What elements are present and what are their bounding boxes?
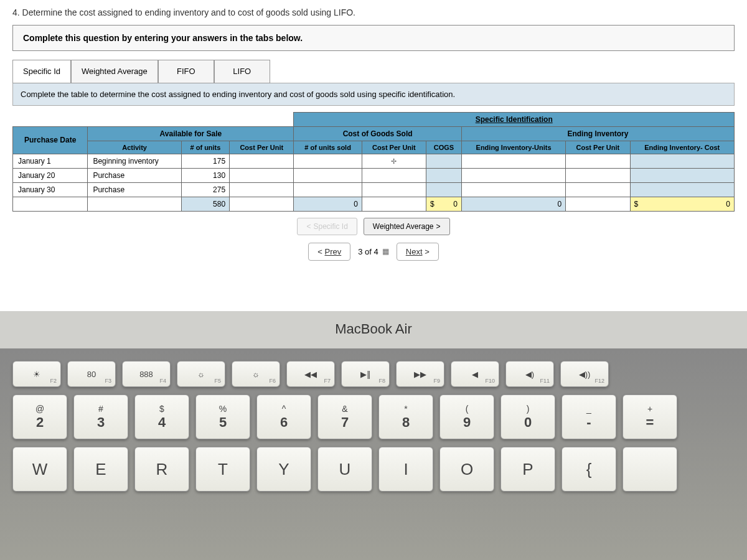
laptop-brand: MacBook Air: [0, 311, 747, 348]
keyboard-number-key: %5: [195, 394, 250, 439]
cell-total-cogs: $0: [426, 197, 462, 211]
cell-end-units[interactable]: [461, 168, 565, 182]
cell-cpu-end[interactable]: [566, 154, 630, 168]
section-ending: Ending Inventory: [461, 126, 734, 141]
cell-end-cost: [630, 154, 734, 168]
keyboard-letter-key: W: [12, 447, 67, 492]
cell-activity-blank[interactable]: [88, 197, 181, 211]
keyboard-number-key: *8: [378, 394, 433, 439]
keyboard-number-key: )0: [500, 394, 555, 439]
next-tab-label: Weighted Average: [373, 222, 434, 231]
keyboard-letter-key: {: [561, 447, 616, 492]
cell-units-sold[interactable]: [294, 182, 362, 197]
cell-cpu-sold[interactable]: [362, 182, 426, 197]
instruction-box: Complete this question by entering your …: [12, 25, 735, 51]
pager-row: < Prev 3 of 4 ▦ Next >: [12, 243, 735, 261]
keyboard-fn-key: 80F3: [67, 361, 116, 387]
cell-units-sold[interactable]: [294, 168, 362, 182]
cell-activity[interactable]: Beginning inventory: [88, 154, 181, 168]
tab-fifo[interactable]: FIFO: [158, 60, 214, 83]
chevron-left-icon: <: [317, 247, 322, 256]
keyboard-number-key: +=: [622, 394, 677, 439]
pager-count: 3 of 4: [358, 247, 378, 256]
table-title: Specific Identification: [294, 112, 735, 126]
keyboard-fn-key: ☼F5: [177, 361, 225, 387]
pager-info: 3 of 4 ▦: [358, 247, 389, 256]
keyboard-letter-key: Y: [256, 447, 311, 492]
next-button[interactable]: Next >: [397, 243, 439, 261]
next-label: Next: [406, 247, 423, 256]
keyboard-number-key: #3: [73, 394, 128, 439]
keyboard-number-key: _-: [561, 394, 616, 439]
cell-cogs: [426, 154, 462, 168]
tabs-row: Specific Id Weighted Average FIFO LIFO: [12, 60, 735, 83]
keyboard-letter-key: R: [134, 447, 189, 492]
col-cost-per-unit: Cost Per Unit: [230, 141, 294, 154]
col-cpu-sold: Cost Per Unit: [362, 141, 426, 154]
keyboard-letter-key: [622, 447, 677, 492]
keyboard-fn-key: ▶‖F8: [341, 361, 390, 387]
cell-end-units[interactable]: [461, 182, 565, 197]
cell-cpu-end[interactable]: [566, 168, 630, 182]
col-units-sold: # of units sold: [294, 141, 362, 154]
nav-buttons-row: < Specific Id Weighted Average >: [12, 218, 735, 235]
cell-date: January 30: [13, 182, 88, 197]
cell-blank: [362, 197, 426, 211]
keyboard-number-key: ^6: [256, 394, 311, 439]
keyboard-number-key: $4: [134, 394, 189, 439]
keyboard-letter-key: P: [500, 447, 555, 492]
keyboard-number-key: &7: [317, 394, 372, 439]
cell-total-end-cost: $0: [630, 197, 734, 211]
cell-cogs: [426, 182, 462, 197]
grid-icon[interactable]: ▦: [382, 247, 389, 256]
keyboard-letter-key: O: [439, 447, 494, 492]
keyboard-fn-key: 888F4: [122, 361, 171, 387]
cell-units[interactable]: 175: [181, 154, 229, 168]
keyboard-letter-key: U: [317, 447, 372, 492]
cursor-icon: ✢: [391, 157, 397, 165]
cell-blank: [230, 197, 294, 211]
keyboard-fn-key: ◀F10: [451, 361, 499, 387]
col-purchase-date: Purchase Date: [13, 126, 88, 154]
keyboard-fn-key: ◀)F11: [505, 361, 554, 387]
keyboard-letter-key: T: [195, 447, 250, 492]
prev-button[interactable]: < Prev: [308, 243, 350, 261]
table-row: January 30 Purchase 275: [13, 182, 735, 197]
prev-tab-button[interactable]: < Specific Id: [297, 218, 357, 235]
cell-date-blank: [13, 197, 88, 211]
cell-activity[interactable]: Purchase: [88, 182, 181, 197]
cell-units[interactable]: 130: [181, 168, 229, 182]
col-cogs: COGS: [426, 141, 462, 154]
tab-lifo[interactable]: LIFO: [214, 60, 270, 83]
next-tab-button[interactable]: Weighted Average >: [364, 218, 450, 235]
cell-total-end-units: 0: [461, 197, 565, 211]
cell-cpu[interactable]: [230, 168, 294, 182]
prev-tab-label: Specific Id: [314, 222, 348, 231]
cell-units[interactable]: 275: [181, 182, 229, 197]
cell-cpu[interactable]: [230, 154, 294, 168]
cell-cpu[interactable]: [230, 182, 294, 197]
sub-instruction: Complete the table to determine the cost…: [12, 83, 735, 106]
question-header: 4. Determine the cost assigned to ending…: [12, 5, 735, 25]
cell-units-sold[interactable]: [294, 154, 362, 168]
col-ending-cost: Ending Inventory- Cost: [630, 141, 734, 154]
tab-specific-id[interactable]: Specific Id: [12, 60, 71, 83]
cell-cpu-sold[interactable]: ✢: [362, 154, 426, 168]
cell-total-sold: 0: [294, 197, 362, 211]
desk-area: MacBook Air ☀F280F3888F4☼F5☼F6◀◀F7▶‖F8▶▶…: [0, 311, 747, 560]
cell-cpu-sold[interactable]: [362, 168, 426, 182]
cell-end-units[interactable]: [461, 154, 565, 168]
col-activity: Activity: [88, 141, 181, 154]
section-available: Available for Sale: [88, 126, 294, 141]
table-row: January 1 Beginning inventory 175 ✢: [13, 154, 735, 168]
cell-cpu-end[interactable]: [566, 182, 630, 197]
cell-date: January 1: [13, 154, 88, 168]
keyboard-number-key: (9: [439, 394, 494, 439]
cell-activity[interactable]: Purchase: [88, 168, 181, 182]
col-num-units: # of units: [181, 141, 229, 154]
cell-cogs: [426, 168, 462, 182]
keyboard-fn-key: ◀))F12: [560, 361, 609, 387]
tab-weighted-average[interactable]: Weighted Average: [71, 60, 158, 83]
chevron-left-icon: <: [306, 222, 311, 231]
keyboard-fn-key: ☀F2: [12, 361, 61, 387]
